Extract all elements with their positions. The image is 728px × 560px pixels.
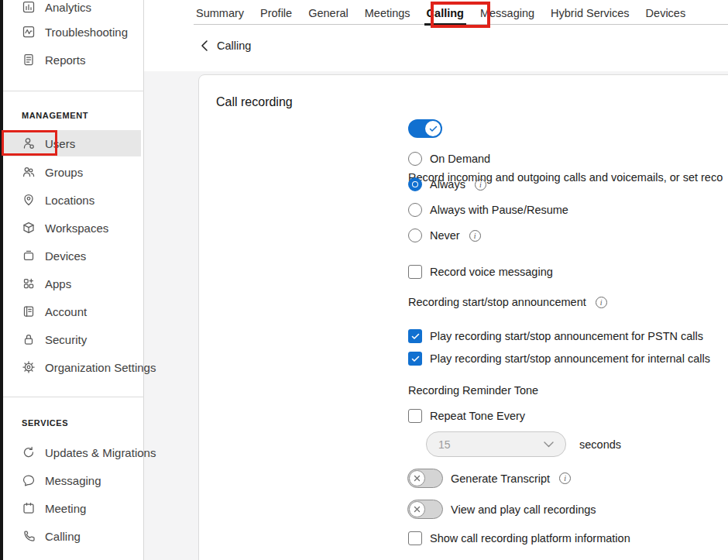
back-link[interactable]: Calling <box>200 40 251 52</box>
record-voice-messaging-checkbox[interactable] <box>408 265 422 279</box>
tab-messaging[interactable]: Messaging <box>480 1 534 25</box>
toggle-knob <box>425 121 441 136</box>
sidebar-item-organization-settings[interactable]: Organization Settings <box>3 355 141 380</box>
interval-row: 15 seconds <box>426 431 621 457</box>
sidebar-item-label: Workspaces <box>45 222 108 235</box>
sidebar-item-locations[interactable]: Locations <box>3 187 141 212</box>
view-play-recordings-toggle[interactable] <box>407 500 443 519</box>
sidebar-item-apps[interactable]: Apps <box>3 271 141 296</box>
sidebar-divider <box>0 91 144 91</box>
pstn-announcement-checkbox[interactable] <box>408 329 422 343</box>
interval-select[interactable]: 15 <box>426 431 566 457</box>
chevron-left-icon <box>200 40 209 52</box>
radio-always[interactable] <box>408 177 422 191</box>
radio-label: On Demand <box>430 153 490 165</box>
tab-bar: Summary Profile General Meetings Calling… <box>196 1 685 25</box>
call-recording-toggle-row <box>408 119 442 138</box>
sidebar-divider <box>0 397 144 397</box>
apps-grid-icon <box>22 277 36 290</box>
toggle-label: Generate Transcript <box>451 472 550 485</box>
platform-info-checkbox[interactable] <box>408 531 422 545</box>
radio-on-demand[interactable] <box>408 152 422 166</box>
gear-icon <box>22 360 36 374</box>
interval-select-value: 15 <box>438 438 451 451</box>
sidebar-item-label: Updates & Migrations <box>45 446 156 459</box>
toggle-knob <box>409 501 425 517</box>
announcement-internal-row: Play recording start/stop announcement f… <box>408 352 710 366</box>
chevron-down-icon <box>544 441 554 448</box>
announcement-header-row: Recording start/stop announcement i <box>408 296 607 308</box>
people-icon <box>22 165 36 179</box>
sidebar-item-reports[interactable]: Reports <box>3 47 141 72</box>
sidebar-item-label: Meeting <box>45 502 86 515</box>
checkbox-label: Show call recording platform information <box>430 532 630 545</box>
sidebar-section-management: MANAGEMENT <box>22 111 88 120</box>
tab-calling[interactable]: Calling <box>427 1 464 25</box>
sidebar-item-label: Locations <box>45 194 94 207</box>
repeat-tone-checkbox[interactable] <box>408 409 422 423</box>
bar-chart-icon <box>22 0 36 14</box>
checkbox-label: Play recording start/stop announcement f… <box>430 352 710 365</box>
left-edge-bar <box>0 0 3 560</box>
sidebar-item-updates-migrations[interactable]: Updates & Migrations <box>3 440 141 465</box>
announcement-header: Recording start/stop announcement <box>408 296 586 308</box>
internal-announcement-checkbox[interactable] <box>408 352 422 366</box>
sidebar-item-devices[interactable]: Devices <box>3 243 141 268</box>
tab-hybrid-services[interactable]: Hybrid Services <box>551 1 630 25</box>
info-icon[interactable]: i <box>469 230 481 242</box>
tab-devices[interactable]: Devices <box>646 1 686 25</box>
back-link-label: Calling <box>217 40 251 52</box>
sidebar-item-label: Users <box>45 137 75 150</box>
workspace-cube-icon <box>22 221 36 235</box>
sidebar-item-label: Apps <box>45 277 71 290</box>
sidebar-item-troubleshooting[interactable]: Troubleshooting <box>3 19 141 44</box>
account-ledger-icon <box>22 304 36 318</box>
location-pin-icon <box>22 193 36 207</box>
repeat-tone-row: Repeat Tone Every <box>408 409 525 423</box>
tab-summary[interactable]: Summary <box>196 1 244 25</box>
info-icon[interactable]: i <box>475 179 486 191</box>
info-icon[interactable]: i <box>596 297 607 308</box>
radio-always-pause-resume[interactable] <box>408 203 422 217</box>
sidebar-item-meeting[interactable]: Meeting <box>3 496 141 520</box>
sidebar-item-analytics[interactable]: Analytics <box>3 0 141 19</box>
tab-profile[interactable]: Profile <box>260 1 292 25</box>
radio-label: Always <box>430 178 465 191</box>
x-icon <box>414 506 421 513</box>
generate-transcript-row: Generate Transcript i <box>407 469 571 488</box>
chat-bubble-icon <box>22 473 36 487</box>
radio-never[interactable] <box>408 228 422 242</box>
device-icon <box>22 249 36 263</box>
tab-general[interactable]: General <box>308 1 349 25</box>
x-icon <box>414 475 421 482</box>
view-play-recordings-row: View and play call recordings <box>407 500 596 519</box>
sidebar-item-groups[interactable]: Groups <box>3 160 141 184</box>
sidebar-item-account[interactable]: Account <box>3 299 141 324</box>
radio-row-always: Always i <box>408 177 486 191</box>
radio-row-on-demand: On Demand <box>408 152 490 166</box>
sidebar-item-messaging[interactable]: Messaging <box>3 468 141 493</box>
sidebar-item-label: Reports <box>45 53 86 67</box>
info-icon[interactable]: i <box>559 472 571 484</box>
phone-icon <box>22 529 36 543</box>
reminder-header: Recording Reminder Tone <box>408 384 538 397</box>
radio-row-always-pause-resume: Always with Pause/Resume <box>408 203 568 217</box>
tab-meetings[interactable]: Meetings <box>365 1 410 25</box>
sidebar: Analytics Troubleshooting Reports MANAGE… <box>0 0 144 560</box>
announcement-pstn-row: Play recording start/stop announcement f… <box>408 329 703 343</box>
generate-transcript-toggle[interactable] <box>407 469 443 488</box>
platform-info-row: Show call recording platform information <box>408 531 630 545</box>
call-recording-toggle[interactable] <box>408 119 442 138</box>
section-title: Call recording <box>216 95 293 109</box>
sidebar-item-label: Messaging <box>45 474 101 487</box>
checkbox-label: Play recording start/stop announcement f… <box>430 330 703 342</box>
sidebar-item-security[interactable]: Security <box>3 327 141 352</box>
sidebar-item-users[interactable]: Users <box>3 130 141 156</box>
check-icon <box>411 333 420 340</box>
record-voice-messaging-row: Record voice messaging <box>408 265 553 279</box>
sidebar-item-workspaces[interactable]: Workspaces <box>3 215 141 240</box>
radio-label: Never <box>430 229 460 242</box>
sidebar-item-calling[interactable]: Calling <box>3 524 141 548</box>
pulse-icon <box>22 25 36 39</box>
check-icon <box>429 125 438 132</box>
